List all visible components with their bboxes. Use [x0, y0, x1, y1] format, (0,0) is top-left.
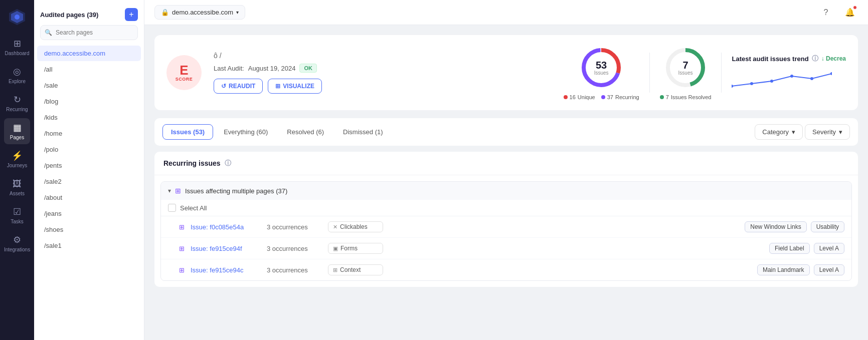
unique-count: 16 [570, 94, 576, 100]
trend-section: Latest audit issues trend ⓘ ↓ Decrea [732, 54, 846, 91]
summary-actions: ↺ REAUDIT ⊞ VISUALIZE [214, 79, 322, 94]
group-title: Issues affecting multiple pages (37) [185, 187, 287, 195]
resolved-label: Issues [678, 70, 693, 76]
sidebar-item-tasks[interactable]: ☑ Tasks [4, 202, 30, 228]
resolved-donut-center: 7 Issues [678, 60, 693, 76]
search-input[interactable] [40, 25, 138, 40]
recurring-count: 37 [607, 94, 613, 100]
issues-donut: 53 Issues [579, 45, 624, 90]
add-page-button[interactable]: + [125, 8, 138, 21]
sidebar-item-dashboard[interactable]: ⊞ Dashboard [4, 34, 30, 60]
issue-id[interactable]: Issue: fe915ce94c [191, 266, 261, 274]
page-item-all[interactable]: /all [37, 62, 141, 77]
notification-badge [853, 6, 857, 10]
page-item-kids[interactable]: /kids [37, 110, 141, 125]
visualize-button[interactable]: ⊞ VISUALIZE [268, 79, 322, 94]
category-label: Clickables [340, 223, 368, 230]
resolved-title: 7 [666, 94, 669, 100]
issues-legend: 16 Unique 37 Recurring [564, 94, 639, 100]
group-icon: ⊞ [175, 187, 181, 195]
page-item-home[interactable]: /home [37, 126, 141, 141]
sidebar-item-integrations[interactable]: ⚙ Integrations [4, 230, 30, 256]
chevron-down-icon: ▾ [792, 128, 795, 136]
help-icon[interactable]: ? [818, 5, 834, 21]
page-item-polo[interactable]: /polo [37, 142, 141, 157]
issue-row: ⊞ Issue: fe915ce94c 3 occurrences ⊞ Cont… [161, 259, 851, 280]
page-item-blog[interactable]: /blog [37, 94, 141, 109]
svg-point-2 [15, 15, 20, 20]
issue-occurrences: 3 occurrences [267, 266, 322, 274]
svg-point-11 [790, 75, 793, 78]
sidebar-item-label: Assets [10, 191, 25, 196]
issue-icon: ⊞ [179, 223, 185, 231]
issues-group-header[interactable]: ▾ ⊞ Issues affecting multiple pages (37) [161, 182, 851, 200]
assets-icon: 🖼 [13, 179, 22, 189]
page-item-sale2[interactable]: /sale2 [37, 174, 141, 189]
severity-filter[interactable]: Severity ▾ [805, 124, 850, 140]
trend-info-icon: ⓘ [812, 54, 818, 63]
tab-issues[interactable]: Issues (53) [162, 124, 213, 140]
sidebar-item-recurring[interactable]: ↻ Recurring [4, 90, 30, 116]
sidebar-item-journeys[interactable]: ⚡ Journeys [4, 146, 30, 172]
issue-tags: Main Landmark Level A [757, 264, 844, 275]
legend-recurring: 37 Recurring [601, 94, 639, 100]
domain-name: demo.accessibe.com [172, 9, 233, 16]
explore-icon: ◎ [13, 66, 21, 77]
trend-chart [732, 66, 846, 91]
domain-shield-icon: 🔒 [161, 9, 169, 16]
trend-title: Latest audit issues trend ⓘ ↓ Decrea [732, 54, 846, 63]
tab-dismissed[interactable]: Dismissed (1) [334, 124, 391, 140]
integrations-icon: ⚙ [13, 234, 21, 245]
summary-card: E SCORE ô / Last Audit: August 19, 2024 … [154, 35, 858, 110]
issues-section: Recurring issues ⓘ ▾ ⊞ Issues affecting … [154, 152, 858, 287]
domain-selector[interactable]: 🔒 demo.accessibe.com ▾ [154, 5, 245, 20]
issues-count: 53 [594, 60, 609, 70]
issue-row: ⊞ Issue: fe915ce94f 3 occurrences ▣ Form… [161, 238, 851, 259]
tag1: New Window Links [745, 221, 806, 232]
page-item-shoes[interactable]: /shoes [37, 222, 141, 237]
clickables-icon: ✕ [333, 224, 337, 230]
select-all-checkbox[interactable] [168, 204, 176, 212]
select-all-row: Select All [161, 200, 851, 216]
page-item-jeans[interactable]: /jeans [37, 206, 141, 221]
page-item-pents[interactable]: /pents [37, 158, 141, 173]
notification-icon[interactable]: 🔔 [842, 5, 858, 21]
issue-category: ⊞ Context [328, 264, 383, 275]
issue-id[interactable]: Issue: fe915ce94f [191, 245, 261, 252]
svg-point-8 [732, 85, 733, 88]
tab-resolved[interactable]: Resolved (6) [278, 124, 332, 140]
resolved-count: 7 [678, 60, 693, 70]
page-item-sale1[interactable]: /sale1 [37, 238, 141, 253]
category-filter[interactable]: Category ▾ [755, 124, 803, 140]
svg-point-13 [830, 72, 832, 75]
sidebar-item-explore[interactable]: ◎ Explore [4, 62, 30, 88]
recurring-issues-title: Recurring issues [163, 159, 221, 167]
forms-icon: ▣ [333, 245, 338, 252]
issues-group: ▾ ⊞ Issues affecting multiple pages (37)… [160, 181, 852, 281]
trend-decrease: ↓ Decrea [821, 55, 846, 62]
page-item-demo[interactable]: demo.accessibe.com [37, 46, 141, 61]
resolved-stat: 7 Issues 7 Issues Resolved [660, 45, 712, 100]
page-item-about[interactable]: /about [37, 190, 141, 205]
issue-id[interactable]: Issue: f0c085e54a [191, 223, 261, 231]
donut-center: 53 Issues [594, 60, 609, 76]
dashboard-icon: ⊞ [14, 38, 21, 49]
tab-everything[interactable]: Everything (60) [215, 124, 276, 140]
sidebar-item-label: Pages [10, 135, 24, 140]
audit-info: Last Audit: August 19, 2024 OK [214, 64, 322, 73]
issue-occurrences: 3 occurrences [267, 223, 322, 231]
recurring-icon: ↻ [14, 94, 21, 105]
reaudit-button[interactable]: ↺ REAUDIT [214, 79, 263, 94]
svg-point-9 [750, 82, 753, 85]
sidebar-item-assets[interactable]: 🖼 Assets [4, 174, 30, 200]
pages-list: demo.accessibe.com /all /sale /blog /kid… [34, 45, 144, 340]
main-content: 🔒 demo.accessibe.com ▾ ? 🔔 E SCORE ô / L… [144, 0, 868, 340]
recurring-info-icon: ⓘ [225, 159, 231, 168]
sidebar: ⊞ Dashboard ◎ Explore ↻ Recurring ▦ Page… [0, 0, 34, 340]
page-item-sale[interactable]: /sale [37, 78, 141, 93]
unique-label: Unique [578, 94, 595, 100]
sidebar-item-pages[interactable]: ▦ Pages [4, 118, 30, 144]
score-letter: E [180, 64, 188, 77]
tag2: Level A [814, 243, 844, 254]
sidebar-item-label: Tasks [11, 219, 24, 224]
